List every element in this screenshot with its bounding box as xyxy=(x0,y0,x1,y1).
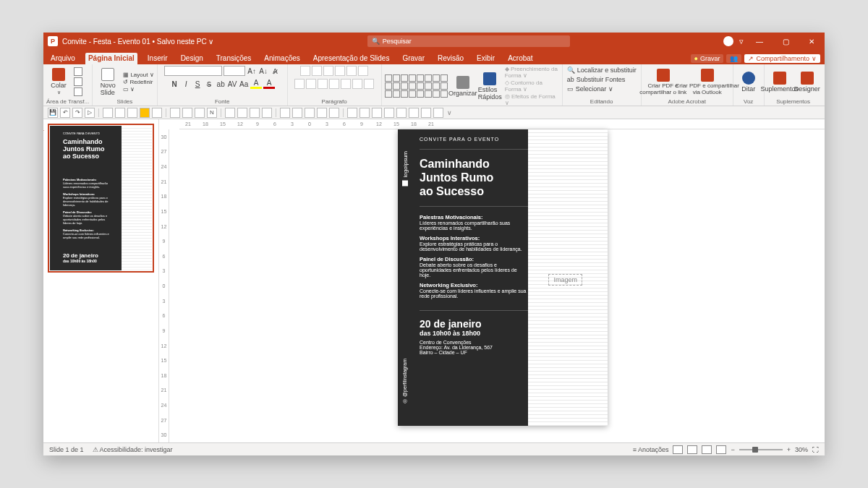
zoom-level[interactable]: 30% xyxy=(795,446,808,453)
layout-button[interactable]: ▦ Layout ∨ xyxy=(123,72,154,78)
shape-effects-button[interactable]: ◎ Efeitos de Forma ∨ xyxy=(505,93,559,106)
qat-redo-icon[interactable]: ↷ xyxy=(72,108,82,118)
font-color-button[interactable]: A xyxy=(263,79,275,89)
tab-apresentacao[interactable]: Apresentação de Slides xyxy=(310,53,393,64)
qat-btn[interactable] xyxy=(195,108,205,118)
shape-fill-button[interactable]: ◆ Preenchimento da Forma ∨ xyxy=(505,66,559,79)
format-painter-button[interactable] xyxy=(74,87,82,96)
qat-btn[interactable] xyxy=(372,108,382,118)
qat-btn[interactable]: N xyxy=(207,108,217,118)
qat-btn[interactable] xyxy=(359,108,370,118)
section-button[interactable]: ▭ ∨ xyxy=(123,86,154,93)
quick-styles-button[interactable]: Estilos Rápidos xyxy=(478,72,502,100)
tab-inserir[interactable]: Inserir xyxy=(145,53,171,64)
increase-indent-button[interactable] xyxy=(335,66,345,76)
teams-button[interactable]: 👥 xyxy=(726,54,741,63)
line-spacing-button[interactable] xyxy=(346,66,357,76)
qat-save-icon[interactable]: 💾 xyxy=(48,108,58,118)
qat-btn[interactable] xyxy=(433,108,443,118)
fit-window-button[interactable]: ⛶ xyxy=(812,446,819,453)
qat-btn[interactable] xyxy=(409,108,419,118)
addins-button[interactable]: Suplementos xyxy=(767,67,792,96)
dictate-button[interactable]: Ditar xyxy=(736,67,761,96)
qat-btn[interactable] xyxy=(237,108,247,118)
view-sorter-icon[interactable] xyxy=(687,445,697,454)
qat-btn[interactable] xyxy=(115,108,125,118)
qat-btn[interactable] xyxy=(305,108,315,118)
highlight-button[interactable]: A xyxy=(250,79,262,89)
align-right-button[interactable] xyxy=(318,79,328,89)
qat-btn[interactable] xyxy=(250,108,260,118)
arrange-button[interactable]: Organizar xyxy=(451,72,475,100)
view-normal-icon[interactable] xyxy=(673,445,683,454)
italic-button[interactable]: I xyxy=(181,79,191,89)
qat-btn[interactable] xyxy=(396,108,407,118)
numbering-button[interactable] xyxy=(312,66,322,76)
qat-overflow-icon[interactable]: ∨ xyxy=(447,109,452,116)
ribbon-display-icon[interactable]: ▿ xyxy=(739,37,744,46)
user-avatar[interactable] xyxy=(723,36,733,46)
qat-btn[interactable] xyxy=(280,108,290,118)
tab-pagina-inicial[interactable]: Página Inicial xyxy=(85,53,137,64)
new-slide-button[interactable]: Novo Slide xyxy=(95,67,120,96)
qat-btn[interactable] xyxy=(421,108,431,118)
view-slideshow-icon[interactable] xyxy=(716,445,726,454)
qat-color-icon[interactable] xyxy=(140,108,150,118)
maximize-button[interactable]: ▢ xyxy=(775,33,796,50)
share-button[interactable]: ↗ Compartilhamento ∨ xyxy=(744,54,820,63)
document-title[interactable]: Convite - Festa - Evento 01 • Salvo nest… xyxy=(62,38,214,46)
minimize-button[interactable]: — xyxy=(749,33,770,50)
search-box[interactable]: 🔍 Pesquisar xyxy=(367,35,570,47)
close-button[interactable]: ✕ xyxy=(801,33,822,50)
qat-btn[interactable] xyxy=(384,108,394,118)
tab-animacoes[interactable]: Animações xyxy=(261,53,302,64)
qat-btn[interactable] xyxy=(225,108,235,118)
justify-button[interactable] xyxy=(329,79,339,89)
shapes-gallery[interactable] xyxy=(385,74,448,98)
qat-btn[interactable] xyxy=(262,108,272,118)
slide-thumbnails-panel[interactable]: CONVITE PARA O EVENTO CaminhandoJuntos R… xyxy=(43,119,159,442)
replace-fonts-button[interactable]: ab Substituir Fontes xyxy=(566,75,627,84)
shadow-button[interactable]: ab xyxy=(216,79,226,89)
qat-undo-icon[interactable]: ↶ xyxy=(60,108,70,118)
zoom-out-button[interactable]: − xyxy=(731,446,734,453)
copy-button[interactable] xyxy=(74,77,82,86)
select-button[interactable]: ▭ Selecionar ∨ xyxy=(566,85,616,93)
qat-start-icon[interactable]: ▷ xyxy=(85,108,95,118)
tab-acrobat[interactable]: Acrobat xyxy=(505,53,535,64)
zoom-slider[interactable] xyxy=(739,449,783,450)
text-direction-button[interactable] xyxy=(358,66,368,76)
increase-font-button[interactable]: A↑ xyxy=(247,66,257,76)
qat-btn[interactable] xyxy=(127,108,137,118)
view-reading-icon[interactable] xyxy=(702,445,712,454)
font-size-combo[interactable] xyxy=(224,66,245,76)
font-family-combo[interactable] xyxy=(164,66,222,76)
cut-button[interactable] xyxy=(74,67,82,76)
align-left-button[interactable] xyxy=(294,79,305,89)
clear-format-button[interactable]: A̷ xyxy=(270,66,280,76)
find-replace-button[interactable]: 🔍 Localizar e substituir xyxy=(566,66,638,74)
slide-canvas[interactable]: 21181512963036912151821 3027242118151296… xyxy=(159,119,825,442)
slide-1[interactable]: Imagem logoipsum ◎ @perfilinstagram CONV… xyxy=(398,129,608,426)
tab-design[interactable]: Design xyxy=(178,53,206,64)
bullets-button[interactable] xyxy=(300,66,310,76)
qat-btn[interactable] xyxy=(329,108,339,118)
zoom-in-button[interactable]: + xyxy=(787,446,791,453)
accessibility-status[interactable]: ⚠ Acessibilidade: investigar xyxy=(93,446,173,453)
shape-outline-button[interactable]: ◇ Contorno da Forma ∨ xyxy=(505,80,559,93)
qat-btn[interactable] xyxy=(347,108,357,118)
reset-button[interactable]: ↺ Redefinir xyxy=(123,79,154,85)
create-pdf-outlook-button[interactable]: Criar PDF e compartilhar via Outlook xyxy=(685,67,730,96)
qat-btn[interactable] xyxy=(170,108,180,118)
spacing-button[interactable]: AV xyxy=(227,79,237,89)
record-button[interactable]: ●Gravar xyxy=(691,54,724,63)
qat-btn[interactable] xyxy=(292,108,302,118)
tab-transicoes[interactable]: Transições xyxy=(213,53,255,64)
paste-button[interactable]: Colar∨ xyxy=(46,67,71,96)
underline-button[interactable]: S xyxy=(192,79,203,89)
qat-btn[interactable] xyxy=(317,108,327,118)
qat-btn[interactable] xyxy=(103,108,113,118)
qat-btn[interactable] xyxy=(182,108,192,118)
decrease-indent-button[interactable] xyxy=(323,66,333,76)
strike-button[interactable]: S̶ xyxy=(204,79,214,89)
